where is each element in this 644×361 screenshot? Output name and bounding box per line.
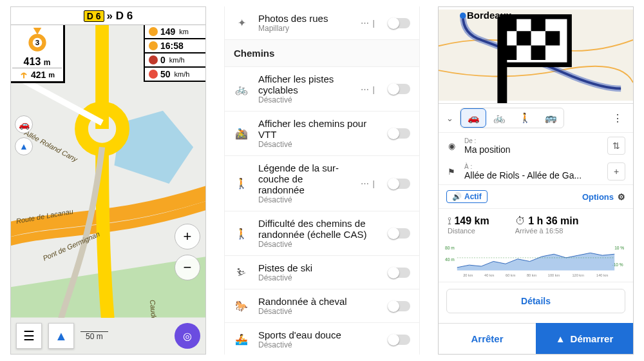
roundabout-icon: 3: [24, 28, 51, 55]
road-next: » D 6: [107, 10, 133, 23]
profile-car-button[interactable]: 🚗: [15, 115, 33, 133]
setting-row-ski[interactable]: ⛷ Pistes de skiDésactivé: [225, 256, 419, 289]
sound-chip[interactable]: 🔊Actif: [446, 190, 488, 203]
hiker-icon: 🚶: [234, 177, 249, 190]
details-button[interactable]: Détails: [446, 289, 625, 313]
stop-button[interactable]: Arrêter: [439, 323, 536, 354]
more-icon[interactable]: ⋯ |: [361, 18, 375, 28]
distance-icon: ⟟: [448, 215, 451, 226]
options-link[interactable]: Options⚙: [582, 192, 625, 202]
setting-row-hiking-legend[interactable]: 🚶 Légende de la sur-couche de randonnéeD…: [225, 156, 419, 211]
svg-text:10 %: 10 %: [614, 246, 624, 250]
mode-walk[interactable]: 🚶: [512, 108, 538, 128]
street-photo-icon: ✦: [234, 17, 249, 29]
setting-row-cycle[interactable]: 🚲 Afficher les pistes cyclablesDésactivé…: [225, 67, 419, 112]
elevation-chart[interactable]: 80 m 40 m 10 % -10 % 20 km40 km 60 km80 …: [439, 241, 633, 282]
svg-text:40 km: 40 km: [484, 273, 495, 277]
toggle[interactable]: [388, 301, 410, 311]
toggle[interactable]: [388, 179, 410, 189]
more-icon[interactable]: ⋯ |: [361, 84, 375, 94]
locate-button[interactable]: ◎: [175, 323, 200, 349]
nav-screenshot: D 6 » D 6 Allée Roland Cany Route de Lac…: [10, 6, 206, 355]
map-canvas[interactable]: Allée Roland Cany Route de Lacanau Pont …: [11, 25, 205, 318]
next-turn-icon: [19, 70, 28, 79]
route-metrics: ⟟ 149 kmDistance ⏱ 1 h 36 minArrivée à 1…: [439, 209, 633, 241]
nav-arrow-button[interactable]: ▲: [48, 323, 74, 349]
svg-text:20 km: 20 km: [463, 273, 473, 277]
swap-button[interactable]: ⇅: [607, 137, 625, 155]
mode-bus[interactable]: 🚌: [538, 108, 564, 128]
toggle[interactable]: [388, 128, 410, 139]
toggle[interactable]: [388, 228, 410, 239]
map-settings-list[interactable]: ✦ Photos des ruesMapillary ⋯ | Chemins 🚲…: [224, 6, 420, 355]
more-icon[interactable]: ⋯ |: [361, 179, 375, 188]
setting-row-mtb[interactable]: 🚵 Afficher les chemins pour VTTDésactivé: [225, 112, 419, 156]
dest-flag-icon: ⚑: [446, 167, 457, 177]
mode-car[interactable]: 🚗: [460, 108, 486, 128]
destination-flag-icon: [439, 7, 633, 103]
zoom-out-button[interactable]: −: [175, 255, 200, 280]
limit-icon: [149, 70, 158, 79]
horse-icon: 🐎: [234, 300, 249, 312]
mtb-icon: 🚵: [234, 128, 249, 140]
kayak-icon: 🚣: [234, 333, 249, 346]
options-row: 🔊Actif Options⚙: [439, 184, 633, 209]
zoom-in-button[interactable]: +: [175, 224, 200, 249]
speaker-icon: 🔊: [452, 192, 462, 201]
setting-row-horse[interactable]: 🐎 Randonnée à chevalDésactivé: [225, 289, 419, 323]
turn-instruction[interactable]: 3 413 m 421 m: [11, 25, 65, 83]
section-header: Chemins: [225, 40, 419, 67]
stats-panel: 149km 16:58 0km/h 50km/h: [144, 25, 205, 83]
svg-text:140 km: 140 km: [596, 273, 609, 277]
start-button[interactable]: ▲Démarrer: [536, 323, 633, 354]
to-row[interactable]: ⚑ À :Allée de Riols - Allée de Ga... +: [439, 159, 633, 184]
road-header: D 6 » D 6: [11, 7, 205, 25]
flag-icon: [149, 27, 158, 36]
route-planner: Bordeaux ⌄ 🚗 🚲 🚶 🚌 ⋮ ◉ De :Ma position ⇅…: [438, 6, 634, 355]
gear-icon: ⚙: [618, 192, 625, 202]
toggle[interactable]: [388, 268, 410, 278]
from-row[interactable]: ◉ De :Ma position ⇅: [439, 133, 633, 159]
toggle[interactable]: [388, 84, 410, 94]
origin-marker-icon: ◉: [446, 141, 457, 151]
toggle[interactable]: [388, 18, 410, 28]
scale-label: 50 m: [80, 331, 108, 341]
overflow-menu-icon[interactable]: ⋮: [607, 112, 628, 124]
speed-icon: [149, 55, 158, 64]
clock-icon: [149, 41, 158, 50]
svg-text:80 km: 80 km: [527, 273, 537, 277]
speed-limit[interactable]: 50km/h: [144, 68, 205, 82]
transport-mode-row: ⌄ 🚗 🚲 🚶 🚌 ⋮: [439, 104, 633, 133]
remaining-distance[interactable]: 149km: [144, 25, 205, 39]
current-speed[interactable]: 0km/h: [144, 54, 205, 68]
svg-text:40 m: 40 m: [445, 258, 455, 262]
setting-row-water[interactable]: 🚣 Sports d'eau douceDésactivé: [225, 323, 419, 355]
add-stop-button[interactable]: +: [607, 162, 625, 180]
road-badge: D 6: [84, 10, 104, 22]
svg-text:3: 3: [35, 39, 39, 46]
setting-row-mapillary[interactable]: ✦ Photos des ruesMapillary ⋯ |: [225, 6, 419, 40]
eta[interactable]: 16:58: [144, 39, 205, 54]
overview-map[interactable]: Bordeaux: [439, 7, 633, 104]
footer-actions: Arrêter ▲Démarrer: [439, 323, 633, 354]
hiker-icon: 🚶: [234, 228, 249, 240]
svg-text:80 m: 80 m: [445, 246, 455, 250]
toggle[interactable]: [388, 335, 410, 345]
svg-text:120 km: 120 km: [572, 273, 584, 277]
bike-icon: 🚲: [234, 83, 249, 95]
mode-bike[interactable]: 🚲: [486, 108, 512, 128]
collapse-icon[interactable]: ⌄: [444, 113, 456, 123]
ski-icon: ⛷: [234, 267, 249, 278]
setting-row-cas[interactable]: 🚶 Difficulté des chemins de randonnée (é…: [225, 211, 419, 256]
bottom-toolbar: ☰ ▲ 50 m ◎: [11, 318, 205, 354]
stopwatch-icon: ⏱: [515, 215, 526, 226]
svg-text:100 km: 100 km: [548, 273, 560, 277]
nav-arrow-icon: ▲: [556, 333, 565, 344]
svg-text:60 km: 60 km: [506, 273, 516, 277]
compass-button[interactable]: ▲: [15, 137, 33, 155]
menu-button[interactable]: ☰: [16, 323, 42, 349]
